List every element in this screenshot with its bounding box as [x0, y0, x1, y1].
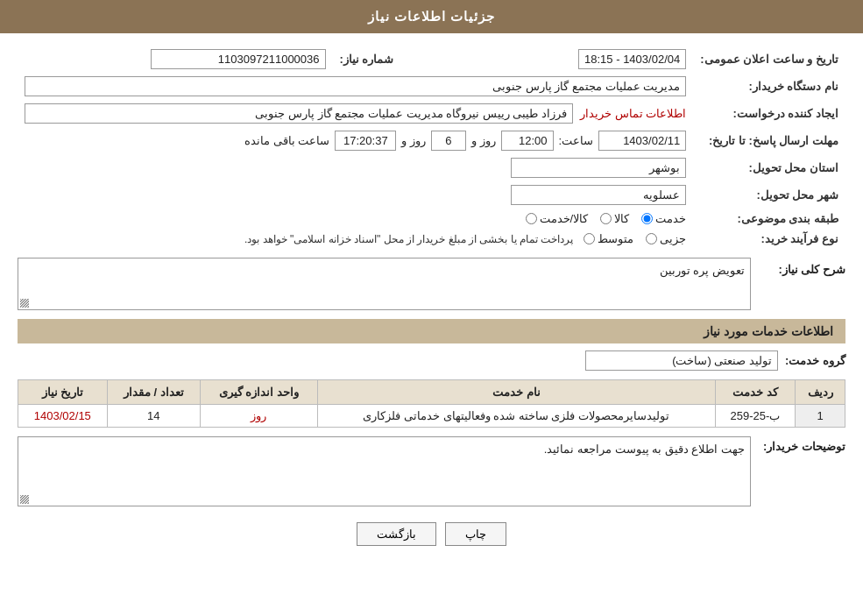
- need-description-box: تعویض پره توربین: [18, 258, 751, 310]
- print-button[interactable]: چاپ: [445, 522, 506, 546]
- resize-handle[interactable]: [20, 299, 29, 308]
- table-row: استان محل تحویل: بوشهر: [18, 154, 845, 181]
- purchase-note: پرداخت تمام یا بخشی از مبلغ خریدار از مح…: [244, 233, 573, 245]
- cell-qty: 14: [107, 405, 200, 428]
- response-days-input: 6: [431, 131, 466, 151]
- col-unit: واحد اندازه گیری: [200, 380, 317, 405]
- buyer-notes-label: توضیحات خریدار:: [758, 436, 845, 453]
- province-input: بوشهر: [511, 158, 686, 178]
- buyer-org-value: مدیریت عملیات مجتمع گاز پارس جنوبی: [18, 73, 693, 100]
- city-input: عسلویه: [511, 185, 686, 205]
- announce-label: تاریخ و ساعت اعلان عمومی:: [693, 46, 845, 73]
- purchase-type-label: نوع فرآیند خرید:: [693, 229, 845, 249]
- buyer-notes-row: توضیحات خریدار: جهت اطلاع دقیق به پیوست …: [18, 436, 845, 506]
- announce-value: 1403/02/04 - 18:15: [491, 46, 694, 73]
- response-deadline-value: 1403/02/11 ساعت: 12:00 روز و 6 روز و 17:…: [18, 127, 693, 154]
- services-section-title: اطلاعات خدمات مورد نیاز: [18, 319, 845, 343]
- need-description-label: شرح کلی نیاز:: [758, 258, 845, 276]
- province-label: استان محل تحویل:: [693, 154, 845, 181]
- cell-code: ب-25-259: [715, 405, 795, 428]
- footer-buttons: چاپ بازگشت: [18, 522, 845, 546]
- need-description-row: شرح کلی نیاز: تعویض پره توربین: [18, 258, 845, 310]
- col-rownum: ردیف: [796, 380, 845, 405]
- category-label: طبقه بندی موضوعی:: [693, 209, 845, 229]
- creator-contact-link[interactable]: اطلاعات تماس خریدار: [580, 107, 686, 120]
- category-option-service[interactable]: خدمت: [641, 212, 686, 225]
- table-row: شهر محل تحویل: عسلویه: [18, 181, 845, 209]
- services-table-body: 1 ب-25-259 تولیدسایرمحصولات فلزی ساخته ش…: [18, 405, 845, 428]
- buyer-notes-box: جهت اطلاع دقیق به پیوست مراجعه نمائید.: [18, 436, 751, 506]
- category-option-both[interactable]: کالا/خدمت: [526, 212, 589, 225]
- back-button[interactable]: بازگشت: [357, 522, 436, 546]
- table-header-row: ردیف کد خدمت نام خدمت واحد اندازه گیری ت…: [18, 380, 845, 405]
- response-date-input: 1403/02/11: [598, 131, 686, 151]
- purchase-option-partial[interactable]: جزیی: [646, 232, 686, 245]
- page-header: جزئیات اطلاعات نیاز: [0, 0, 863, 33]
- need-number-input: 1103097211000036: [151, 49, 326, 69]
- buyer-notes-textarea[interactable]: جهت اطلاع دقیق به پیوست مراجعه نمائید.: [18, 436, 751, 506]
- need-number-label: شماره نیاز:: [333, 46, 456, 73]
- col-name: نام خدمت: [317, 380, 715, 405]
- services-table-header: ردیف کد خدمت نام خدمت واحد اندازه گیری ت…: [18, 380, 845, 405]
- info-table: تاریخ و ساعت اعلان عمومی: 1403/02/04 - 1…: [18, 46, 845, 249]
- purchase-option-medium[interactable]: متوسط: [584, 232, 633, 245]
- cell-name: تولیدسایرمحصولات فلزی ساخته شده وفعالیته…: [317, 405, 715, 428]
- table-row: 1 ب-25-259 تولیدسایرمحصولات فلزی ساخته ش…: [18, 405, 845, 428]
- response-remain-label: ساعت باقی مانده: [244, 134, 329, 147]
- city-label: شهر محل تحویل:: [693, 181, 845, 209]
- response-time-input: 12:00: [501, 131, 554, 151]
- col-date: تاریخ نیاز: [18, 380, 108, 405]
- category-option-goods[interactable]: کالا: [600, 212, 629, 225]
- table-row: طبقه بندی موضوعی: خدمت کالا کالا/خدمت: [18, 209, 845, 229]
- page-title: جزئیات اطلاعات نیاز: [368, 9, 495, 24]
- response-deadline-label: مهلت ارسال پاسخ: تا تاریخ:: [693, 127, 845, 154]
- services-table: ردیف کد خدمت نام خدمت واحد اندازه گیری ت…: [18, 379, 845, 428]
- table-row: مهلت ارسال پاسخ: تا تاریخ: 1403/02/11 سا…: [18, 127, 845, 154]
- need-description-textarea[interactable]: تعویض پره توربین: [18, 258, 751, 310]
- creator-input: فرزاد طیبی رییس نیروگاه مدیریت عملیات مج…: [25, 103, 573, 124]
- response-remain-input: 17:20:37: [335, 131, 396, 151]
- buyer-org-label: نام دستگاه خریدار:: [693, 73, 845, 100]
- announce-input: 1403/02/04 - 18:15: [578, 49, 686, 69]
- group-service-input: تولید صنعتی (ساخت): [585, 350, 778, 371]
- response-days-label: روز و: [471, 134, 496, 147]
- cell-date[interactable]: 1403/02/15: [18, 405, 108, 428]
- table-row: ایجاد کننده درخواست: اطلاعات تماس خریدار…: [18, 100, 845, 127]
- response-time-label: ساعت:: [559, 134, 594, 147]
- resize-handle-2[interactable]: [20, 495, 29, 504]
- content-area: تاریخ و ساعت اعلان عمومی: 1403/02/04 - 1…: [0, 33, 863, 567]
- cell-rownum: 1: [796, 405, 845, 428]
- creator-value: اطلاعات تماس خریدار فرزاد طیبی رییس نیرو…: [18, 100, 693, 127]
- group-service-label: گروه خدمت:: [785, 354, 845, 367]
- category-radio-group: خدمت کالا کالا/خدمت: [25, 212, 686, 225]
- col-qty: تعداد / مقدار: [107, 380, 200, 405]
- creator-label: ایجاد کننده درخواست:: [693, 100, 845, 127]
- cell-unit[interactable]: روز: [200, 405, 317, 428]
- group-service-row: گروه خدمت: تولید صنعتی (ساخت): [18, 350, 845, 371]
- table-row: نام دستگاه خریدار: مدیریت عملیات مجتمع گ…: [18, 73, 845, 100]
- buyer-org-input: مدیریت عملیات مجتمع گاز پارس جنوبی: [25, 76, 686, 96]
- page-wrapper: جزئیات اطلاعات نیاز تاریخ و ساعت اعلان ع…: [0, 0, 863, 616]
- table-row: نوع فرآیند خرید: جزیی متوسط: [18, 229, 845, 249]
- need-number-value: 1103097211000036: [18, 46, 333, 73]
- purchase-radio-group: جزیی متوسط: [584, 232, 686, 245]
- col-code: کد خدمت: [715, 380, 795, 405]
- table-row: تاریخ و ساعت اعلان عمومی: 1403/02/04 - 1…: [18, 46, 845, 73]
- response-time-label2: روز و: [401, 134, 426, 147]
